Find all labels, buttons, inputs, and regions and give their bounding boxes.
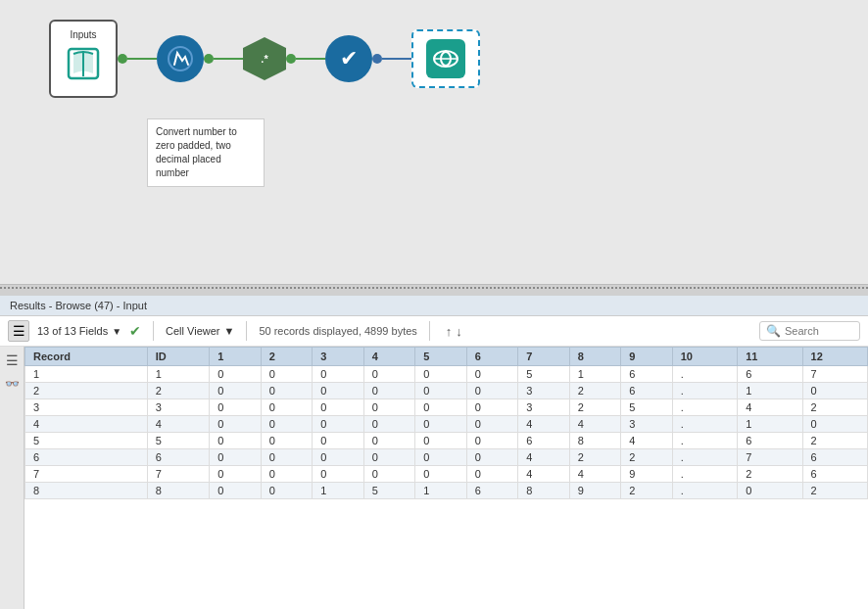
filter-node[interactable]: ✔ — [325, 35, 372, 82]
table-cell: 0 — [363, 416, 415, 433]
formula-icon — [157, 35, 204, 82]
results-panel: Results - Browse (47) - Input ☰ 13 of 13… — [0, 296, 868, 609]
table-cell: 0 — [466, 449, 518, 466]
col-header-record[interactable]: Record — [25, 348, 148, 366]
table-cell: 0 — [261, 383, 313, 399]
browse-node-box[interactable] — [411, 29, 480, 88]
table-cell: . — [672, 366, 737, 383]
table-cell: 7 — [738, 449, 802, 466]
filter-icon: ✔ — [325, 35, 372, 82]
nav-down-arrow[interactable]: ↓ — [456, 324, 462, 339]
table-cell: 7 — [147, 466, 210, 483]
results-title-text: Results - Browse (47) - Input — [10, 300, 147, 311]
table-cell: 1 — [738, 416, 802, 433]
table-cell: . — [672, 383, 737, 399]
inputs-node[interactable]: inputs — [49, 20, 118, 98]
table-cell: 0 — [363, 449, 415, 466]
inputs-label: inputs — [70, 29, 96, 40]
table-cell: 4 — [147, 416, 210, 433]
fields-selector[interactable]: 13 of 13 Fields ▼ — [37, 325, 121, 337]
table-cell: 3 — [518, 383, 570, 399]
table-cell: 0 — [261, 399, 313, 416]
cell-viewer-selector[interactable]: Cell Viewer ▼ — [166, 325, 234, 337]
table-cell: 1 — [738, 383, 802, 399]
col-header-5[interactable]: 5 — [415, 348, 467, 366]
col-header-7[interactable]: 7 — [518, 348, 570, 366]
col-header-6[interactable]: 6 — [466, 348, 518, 366]
table-header-row: RecordID123456789101112 — [25, 348, 868, 366]
table-cell: 7 — [802, 366, 867, 383]
col-header-8[interactable]: 8 — [569, 348, 621, 366]
side-eye-icon[interactable]: 👓 — [2, 374, 22, 394]
table-cell: 6 — [25, 449, 148, 466]
col-header-3[interactable]: 3 — [313, 348, 364, 366]
nav-up-arrow[interactable]: ↑ — [446, 324, 453, 339]
table-cell: 0 — [261, 449, 313, 466]
dot-4 — [372, 54, 382, 64]
connector-4 — [372, 54, 411, 64]
table-cell: 0 — [261, 433, 313, 449]
table-cell: 0 — [802, 383, 867, 399]
table-cell: 6 — [802, 449, 867, 466]
browse-icon — [426, 39, 465, 78]
horizontal-scrollbar[interactable] — [0, 284, 868, 296]
search-input[interactable] — [785, 325, 853, 337]
table-cell: 2 — [802, 483, 867, 499]
formula-tooltip: Convert number to zero padded, two decim… — [147, 118, 265, 187]
browse-node[interactable] — [411, 29, 480, 88]
inputs-node-box[interactable]: inputs — [49, 20, 118, 98]
col-header-4[interactable]: 4 — [363, 348, 415, 366]
table-cell: 0 — [415, 449, 467, 466]
table-cell: 1 — [25, 366, 148, 383]
records-info: 50 records displayed, 4899 bytes — [259, 325, 416, 337]
line-2 — [214, 58, 243, 60]
results-toolbar: ☰ 13 of 13 Fields ▼ ✔ Cell Viewer ▼ 50 r… — [0, 316, 868, 347]
table-cell: 0 — [415, 433, 467, 449]
search-box[interactable]: 🔍 — [759, 321, 860, 341]
col-header-id[interactable]: ID — [147, 348, 210, 366]
table-cell: 0 — [313, 383, 364, 399]
table-cell: . — [672, 399, 737, 416]
table-row: 66000000422.76 — [25, 449, 868, 466]
table-cell: 8 — [25, 483, 148, 499]
data-table-container[interactable]: RecordID123456789101112 11000000516.6722… — [24, 347, 868, 609]
col-header-2[interactable]: 2 — [261, 348, 313, 366]
table-cell: 0 — [415, 366, 467, 383]
formula-node[interactable]: Convert number to zero padded, two decim… — [157, 35, 204, 82]
table-cell: 4 — [738, 399, 802, 416]
table-cell: . — [672, 433, 737, 449]
side-table-icon[interactable]: ☰ — [2, 351, 22, 370]
fields-check-icon[interactable]: ✔ — [129, 323, 141, 339]
table-cell: 0 — [210, 383, 262, 399]
col-header-9[interactable]: 9 — [621, 348, 673, 366]
table-cell: 0 — [313, 449, 364, 466]
table-cell: 9 — [569, 483, 621, 499]
table-cell: 0 — [313, 433, 364, 449]
fields-icon-btn[interactable]: ☰ — [8, 320, 29, 342]
table-cell: 0 — [210, 466, 262, 483]
table-cell: 5 — [147, 433, 210, 449]
table-row: 22000000326.10 — [25, 383, 868, 399]
table-row: 77000000449.26 — [25, 466, 868, 483]
table-cell: 6 — [738, 366, 802, 383]
cell-viewer-label: Cell Viewer — [166, 325, 219, 337]
table-cell: 0 — [466, 383, 518, 399]
table-row: 88001516892.02 — [25, 483, 868, 499]
cell-viewer-arrow: ▼ — [224, 325, 235, 337]
col-header-12[interactable]: 12 — [802, 348, 867, 366]
col-header-10[interactable]: 10 — [672, 348, 737, 366]
table-cell: 2 — [621, 483, 673, 499]
col-header-11[interactable]: 11 — [738, 348, 802, 366]
table-cell: 0 — [466, 433, 518, 449]
table-cell: 5 — [518, 366, 570, 383]
regex-node[interactable]: .* — [243, 37, 286, 80]
table-cell: 0 — [261, 483, 313, 499]
table-cell: . — [672, 449, 737, 466]
table-cell: 0 — [210, 366, 262, 383]
table-cell: 0 — [313, 366, 364, 383]
col-header-1[interactable]: 1 — [210, 348, 262, 366]
table-cell: 0 — [261, 416, 313, 433]
table-cell: 0 — [313, 466, 364, 483]
table-cell: 3 — [518, 399, 570, 416]
table-cell: 4 — [518, 416, 570, 433]
